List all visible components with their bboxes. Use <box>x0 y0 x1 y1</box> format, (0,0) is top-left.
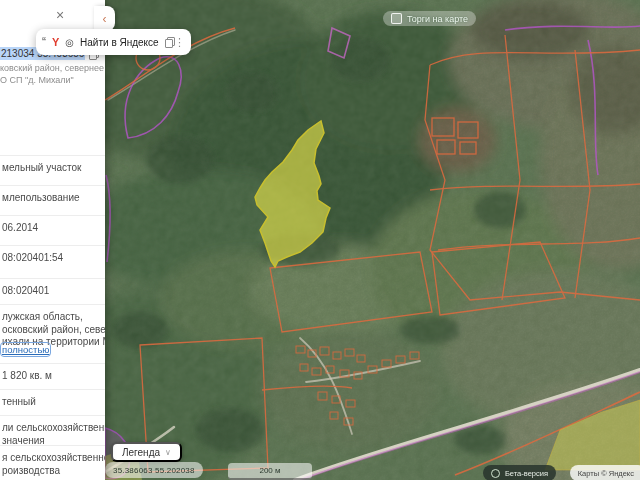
chevron-down-icon: ∨ <box>165 448 171 457</box>
status-coords: 35.386063 55.202038 <box>113 466 195 475</box>
area-value: 1 820 кв. м <box>2 370 52 381</box>
legend-button-label: Легенда <box>122 447 160 458</box>
read-full-link[interactable]: полностью <box>2 344 49 355</box>
permitted-use-line1: я сельскохозяйственного <box>2 452 105 465</box>
object-subtitle: ковский район, севернее д. О СП "д. Миха… <box>0 62 105 86</box>
row-cadastral-quarter: 08:020401 <box>0 278 105 297</box>
cadastral-number-value: 08:020401:54 <box>2 252 63 263</box>
beta-logo-icon <box>491 469 500 478</box>
object-info-panel: × 213034 35.403656 ковский район, северн… <box>0 0 105 480</box>
panel-collapse-tab[interactable]: ‹ <box>94 6 115 31</box>
row-usage-kind: млепользование <box>0 185 105 204</box>
chevron-left-icon: ‹ <box>103 12 107 26</box>
search-circle-icon: ◎ <box>65 37 74 48</box>
selection-toolbar: “ Y ◎ Найти в Яндексе ⋮ <box>36 29 191 55</box>
row-expand-link: полностью <box>2 344 49 355</box>
map-scale-bar: 200 м <box>228 463 312 480</box>
row-cadastral-number: 08:020401:54 <box>0 245 105 264</box>
beta-version-badge: Бета-версия <box>483 465 556 480</box>
attribution-label: Карты © Яндекс <box>578 469 634 478</box>
row-status: тенный <box>0 389 105 408</box>
find-in-yandex-button[interactable]: Найти в Яндексе <box>80 37 159 48</box>
cadastral-quarter-value: 08:020401 <box>2 285 49 296</box>
legend-button[interactable]: Легенда ∨ <box>111 442 182 462</box>
quote-icon[interactable]: “ <box>42 35 46 49</box>
subtitle-line2: О СП "д. Михали" <box>0 74 105 86</box>
auctions-on-map-toggle[interactable]: Торги на карте <box>383 11 476 26</box>
auctions-toggle-label: Торги на карте <box>407 14 468 24</box>
scale-label: 200 м <box>259 466 280 475</box>
address-line1: лужская область, <box>2 311 105 324</box>
permitted-use-line2: роизводства <box>2 465 105 478</box>
yandex-icon[interactable]: Y <box>52 36 59 48</box>
reg-date-value: 06.2014 <box>2 222 38 233</box>
cursor-coordinates-readout: 35.386063 55.202038 <box>105 462 203 478</box>
row-object-type: мельный участок <box>0 155 105 174</box>
category-line1: ли сельскохозяйственного <box>2 422 105 435</box>
object-type-value: мельный участок <box>2 162 81 173</box>
more-options-icon[interactable]: ⋮ <box>174 36 185 49</box>
row-area: 1 820 кв. м <box>0 363 105 382</box>
beta-badge-label: Бета-версия <box>505 469 548 478</box>
close-icon[interactable]: × <box>56 8 64 22</box>
row-address: лужская область, осковский район, северн… <box>0 304 105 349</box>
usage-kind-value: млепользование <box>2 192 80 203</box>
copy-icon[interactable] <box>165 37 168 47</box>
auctions-checkbox[interactable] <box>391 13 402 24</box>
map-attribution[interactable]: Карты © Яндекс <box>570 465 640 480</box>
row-permitted-use: я сельскохозяйственного роизводства <box>0 445 105 477</box>
row-land-category: ли сельскохозяйственного значения <box>0 415 105 447</box>
app-window: Торги на карте Легенда ∨ 35.386063 55.20… <box>0 0 640 480</box>
address-line2: осковский район, севернее <box>2 324 105 337</box>
subtitle-line1: ковский район, севернее д. <box>0 62 105 74</box>
row-reg-date: 06.2014 <box>0 215 105 234</box>
status-value: тенный <box>2 396 36 407</box>
